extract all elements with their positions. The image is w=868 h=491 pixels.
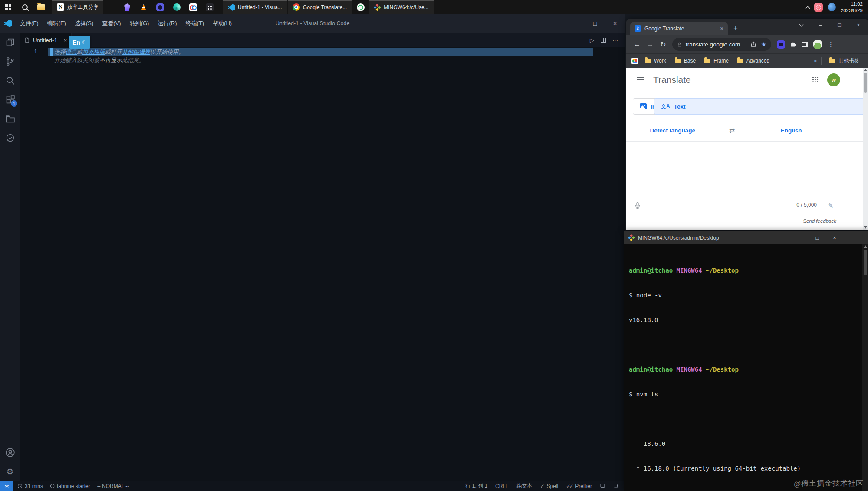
menu-edit[interactable]: 编辑(E)	[43, 18, 70, 29]
bookmarks-overflow-icon[interactable]: »	[814, 58, 817, 64]
scroll-up-icon[interactable]	[864, 245, 867, 248]
activity-explorer-button[interactable]	[0, 33, 20, 52]
send-feedback-link[interactable]: Send feedback	[803, 218, 836, 224]
bookmark-folder-frame[interactable]: Frame	[701, 56, 732, 65]
tab-untitled-1[interactable]: Untitled-1 ×	[20, 33, 72, 47]
hamburger-menu-icon[interactable]	[637, 76, 644, 84]
maximize-button[interactable]: □	[585, 14, 605, 33]
address-bar[interactable]: translate.google.com ★	[672, 38, 771, 51]
activity-project-button[interactable]	[0, 109, 20, 128]
scroll-up-icon[interactable]	[864, 69, 867, 71]
tab-text[interactable]: 文A Text	[654, 98, 868, 115]
taskbar-explorer-button[interactable]	[33, 0, 49, 14]
chrome-tab-google-translate[interactable]: 文 Google Translate ×	[630, 22, 728, 35]
status-prettier[interactable]: ✓✓Prettier	[566, 483, 592, 489]
web-store-icon[interactable]	[631, 58, 638, 64]
feedback-icon[interactable]	[600, 483, 605, 489]
menu-file[interactable]: 文件(F)	[16, 18, 43, 29]
google-apps-grid-icon[interactable]	[812, 77, 819, 83]
chrome-menu-icon[interactable]: ⋮	[828, 40, 834, 48]
hint-link-template[interactable]: 填充模版	[82, 49, 105, 55]
scrollbar-thumb[interactable]	[864, 250, 867, 275]
reload-button[interactable]: ↻	[657, 40, 670, 49]
share-icon[interactable]	[750, 41, 756, 47]
minimize-button[interactable]: –	[811, 19, 830, 32]
close-button[interactable]: ×	[605, 14, 625, 33]
menu-selection[interactable]: 选择(S)	[71, 18, 97, 29]
scrollbar-thumb[interactable]	[864, 73, 867, 93]
hint-link-language[interactable]: 语言	[66, 49, 77, 55]
taskbar-pin-obsidian[interactable]	[119, 0, 135, 14]
tab-close-icon[interactable]: ×	[64, 37, 67, 43]
taskbar-chrome-window[interactable]: Google Translate...	[288, 0, 352, 14]
activity-check-button[interactable]	[0, 128, 20, 147]
tray-expand-icon[interactable]	[805, 6, 810, 10]
tray-pink-app-icon[interactable]: ✓	[814, 3, 823, 12]
hint-link-editor[interactable]: 其他编辑器	[122, 49, 150, 55]
terminal-output[interactable]: admin@itchao MINGW64 ~/Desktop $ node -v…	[624, 244, 868, 491]
bookmark-folder-work[interactable]: Work	[641, 56, 670, 65]
status-vim-mode[interactable]: -- NORMAL --	[97, 483, 129, 489]
tab-close-icon[interactable]: ×	[720, 25, 723, 32]
status-cursor-position[interactable]: 行 1, 列 1	[465, 482, 487, 490]
run-button[interactable]: ▷	[590, 37, 594, 43]
pencil-icon[interactable]: ✎	[828, 202, 833, 210]
activity-source-control-button[interactable]	[0, 52, 20, 71]
menu-terminal[interactable]: 终端(T)	[181, 18, 208, 29]
hint-link-dismiss[interactable]: 不再显示	[99, 57, 122, 63]
source-language-button[interactable]: Detect language	[626, 127, 719, 134]
taskbar-pin-vlc[interactable]	[135, 0, 152, 14]
status-language-mode[interactable]: 纯文本	[516, 482, 532, 490]
taskbar-notion-window[interactable]: N 效率工具分享	[52, 0, 103, 14]
google-account-avatar[interactable]: w	[827, 73, 840, 86]
menu-view[interactable]: 查看(V)	[98, 18, 125, 29]
microphone-icon[interactable]	[634, 202, 641, 210]
bookmark-folder-base[interactable]: Base	[671, 56, 699, 65]
activity-settings-button[interactable]: ⚙	[0, 462, 20, 481]
close-button[interactable]: ×	[849, 19, 868, 32]
bell-icon[interactable]	[613, 483, 619, 489]
remote-indicator[interactable]: ><	[0, 481, 13, 491]
minimize-button[interactable]: –	[565, 14, 585, 33]
menu-go[interactable]: 转到(G)	[126, 18, 153, 29]
forward-button[interactable]: →	[644, 40, 657, 48]
taskbar-pin-dots-app[interactable]	[201, 0, 218, 14]
taskbar-pin-utools[interactable]	[152, 0, 168, 14]
source-text-area[interactable]: 0 / 5,000 ✎	[626, 142, 868, 216]
close-button[interactable]: ×	[826, 231, 843, 244]
activity-extensions-button[interactable]: 1	[0, 90, 20, 109]
minimize-button[interactable]: –	[791, 231, 809, 244]
maximize-button[interactable]: □	[830, 19, 849, 32]
taskbar-pin-teal-app[interactable]	[168, 0, 185, 14]
tray-blue-app-icon[interactable]	[828, 3, 836, 11]
status-spell[interactable]: ✓Spell	[540, 483, 558, 489]
split-editor-icon[interactable]	[601, 38, 606, 43]
more-actions-icon[interactable]: ···	[612, 37, 618, 43]
menu-run[interactable]: 运行(R)	[154, 18, 181, 29]
start-button[interactable]	[0, 0, 16, 14]
activity-account-button[interactable]	[0, 443, 20, 462]
activity-search-button[interactable]	[0, 71, 20, 90]
taskbar-clock[interactable]: 11:02 2023/8/29	[841, 1, 863, 14]
other-bookmarks-folder[interactable]: 其他书签	[826, 56, 863, 66]
menu-help[interactable]: 帮助(H)	[209, 18, 236, 29]
bookmark-folder-advanced[interactable]: Advanced	[734, 56, 773, 65]
new-tab-button[interactable]: +	[730, 22, 742, 34]
maximize-button[interactable]: □	[809, 231, 826, 244]
extensions-puzzle-icon[interactable]	[790, 41, 797, 48]
status-time-spent[interactable]: 31 mins	[17, 483, 43, 489]
target-language-button[interactable]: English	[745, 127, 868, 134]
taskbar-green-app[interactable]	[352, 0, 369, 14]
bookmark-star-icon[interactable]: ★	[761, 41, 766, 48]
taskbar-mingw-window[interactable]: MINGW64:/c/Use...	[369, 0, 433, 14]
side-panel-icon[interactable]	[802, 42, 808, 47]
status-eol[interactable]: CRLF	[495, 483, 509, 489]
back-button[interactable]: ←	[631, 40, 644, 48]
taskbar-search-button[interactable]	[16, 0, 33, 14]
terminal-scrollbar[interactable]	[862, 244, 868, 491]
code-editor[interactable]: 1 选择语言或填充模版或打开其他编辑器以开始使用。 开始键入以关闭或不再显示此信…	[20, 47, 625, 481]
taskbar-pin-circles-app[interactable]	[185, 0, 201, 14]
tab-search-button[interactable]	[792, 19, 811, 32]
taskbar-vscode-window[interactable]: Untitled-1 - Visua...	[223, 0, 287, 14]
extension-utools-icon[interactable]	[777, 40, 785, 49]
